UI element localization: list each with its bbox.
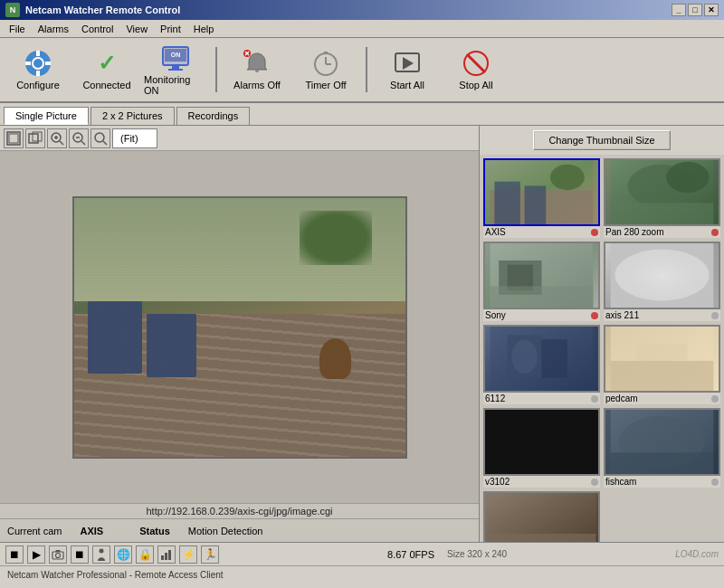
monitoring-label: Monitoring ON xyxy=(144,74,207,96)
thumbnail-label-v3102: v3102 xyxy=(483,476,600,488)
status-lock-icon[interactable]: 🔒 xyxy=(136,545,154,564)
svg-rect-64 xyxy=(611,452,714,474)
watermark: LO4D.com xyxy=(675,549,719,559)
tab-single-picture[interactable]: Single Picture xyxy=(4,107,89,125)
configure-label: Configure xyxy=(16,80,60,90)
status-record-icon[interactable]: ⏹ xyxy=(71,545,89,564)
url-bar: http://192.168.0.239/axis-cgi/jpg/image.… xyxy=(0,503,479,518)
alarms-off-button[interactable]: Alarms Off xyxy=(224,41,290,99)
svg-marker-22 xyxy=(403,57,414,70)
start-all-button[interactable]: Start All xyxy=(375,41,440,99)
svg-rect-9 xyxy=(172,65,179,69)
status-flash-icon[interactable]: ⚡ xyxy=(179,545,197,564)
toolbar-separator-2 xyxy=(366,47,367,92)
left-panel: (Fit) http://192.168.0.239/axis-cgi/jpg/… xyxy=(0,126,480,542)
menu-alarms[interactable]: Alarms xyxy=(33,21,74,37)
menu-file[interactable]: File xyxy=(4,21,31,37)
toolbar-separator-1 xyxy=(215,47,217,92)
app-icon: N xyxy=(5,3,20,17)
thumbnail-label-pedcam: pedcam xyxy=(604,393,720,404)
menu-view[interactable]: View xyxy=(120,21,153,37)
current-cam-label: Current cam xyxy=(7,526,62,536)
deck-scene xyxy=(74,198,405,457)
menu-bar: File Alarms Control View Print Help xyxy=(0,20,724,38)
timer-off-label: Timer Off xyxy=(305,80,346,90)
svg-rect-5 xyxy=(45,62,51,65)
thumbnail-img-pan xyxy=(604,158,720,226)
zoom-reset-button[interactable] xyxy=(90,128,110,148)
svg-rect-66 xyxy=(488,534,596,542)
status-stop-icon[interactable]: ⏹ xyxy=(5,545,24,564)
thumbnail-pedcam[interactable]: pedcam xyxy=(604,325,720,404)
svg-text:ON: ON xyxy=(171,52,181,58)
maximize-button[interactable]: □ xyxy=(688,4,702,16)
menu-control[interactable]: Control xyxy=(76,21,119,37)
svg-point-68 xyxy=(56,553,61,557)
status-bar: ⏹ ▶ ⏹ 🌐 🔒 ⚡ 🏃 8.67 0FPS Size 320 x 240 L… xyxy=(0,542,724,565)
svg-rect-2 xyxy=(36,51,40,56)
minimize-button[interactable]: _ xyxy=(672,4,686,16)
thumbnail-axis[interactable]: AXIS xyxy=(483,158,600,238)
main-content: (Fit) http://192.168.0.239/axis-cgi/jpg/… xyxy=(0,126,724,542)
thumbnail-img-axis xyxy=(483,158,600,226)
timer-off-button[interactable]: Timer Off xyxy=(293,41,358,99)
connected-icon: ✓ xyxy=(92,49,121,78)
connected-button[interactable]: ✓ Connected xyxy=(74,41,139,99)
zoom-out-button[interactable] xyxy=(69,128,89,148)
status-label: Status xyxy=(139,526,170,536)
thumbnail-label-sony: Sony xyxy=(483,309,600,321)
status-globe-icon[interactable]: 🌐 xyxy=(114,545,132,564)
thumbnail-6112[interactable]: 6112 xyxy=(483,325,600,404)
svg-point-45 xyxy=(666,162,709,193)
status-signal-icon[interactable] xyxy=(157,545,176,564)
status-play-icon[interactable]: ▶ xyxy=(27,545,45,564)
status-dot-axis211 xyxy=(711,312,719,319)
change-thumbnail-size-button[interactable]: Change Thumbnail Size xyxy=(533,130,670,150)
alarms-off-icon xyxy=(243,49,272,78)
zoom-in-button[interactable] xyxy=(47,128,67,148)
status-run-icon[interactable]: 🏃 xyxy=(201,545,219,564)
menu-help[interactable]: Help xyxy=(188,21,220,37)
svg-rect-57 xyxy=(542,339,567,378)
close-button[interactable]: ✕ xyxy=(704,4,719,16)
svg-marker-69 xyxy=(55,550,61,552)
monitoring-icon: ON xyxy=(161,43,190,72)
thumbnail-header: Change Thumbnail Size xyxy=(480,126,724,155)
status-dot-sony xyxy=(591,312,598,319)
camera-view xyxy=(0,151,479,503)
status-dot-pedcam xyxy=(711,395,719,403)
camera-image xyxy=(72,196,407,459)
svg-rect-40 xyxy=(494,182,519,224)
svg-rect-10 xyxy=(168,69,183,71)
bottom-title-text: Netcam Watcher Professional - Remote Acc… xyxy=(7,570,224,580)
thumbnail-axis211[interactable]: axis 211 xyxy=(604,242,720,321)
status-dot-axis xyxy=(591,229,598,236)
timer-off-icon xyxy=(311,49,340,78)
svg-rect-71 xyxy=(161,555,164,560)
thumbnail-sony[interactable]: Sony xyxy=(483,242,600,321)
status-camera-icon[interactable] xyxy=(49,545,67,564)
zoom-fit-button[interactable] xyxy=(4,128,24,148)
thumbnail-pan[interactable]: Pan 280 zoom xyxy=(604,158,720,238)
svg-line-35 xyxy=(81,141,85,145)
svg-point-42 xyxy=(550,165,585,190)
thumbnail-v3102[interactable]: v3102 xyxy=(483,408,600,488)
tab-recordings[interactable]: Recordings xyxy=(176,107,251,125)
monitoring-button[interactable]: ON Monitoring ON xyxy=(143,41,208,99)
tab-2x2-pictures[interactable]: 2 x 2 Pictures xyxy=(90,107,175,125)
thumbnail-img-fishcam xyxy=(604,408,720,476)
svg-point-53 xyxy=(614,250,709,301)
stop-all-icon xyxy=(462,49,491,78)
zoom-full-button[interactable] xyxy=(25,128,45,148)
stop-all-button[interactable]: Stop All xyxy=(443,41,509,99)
svg-point-70 xyxy=(100,548,104,553)
svg-line-32 xyxy=(60,141,63,145)
thumbnail-more1[interactable] xyxy=(483,491,600,542)
configure-button[interactable]: Configure xyxy=(5,41,71,99)
title-bar: N Netcam Watcher Remote Control _ □ ✕ xyxy=(0,0,724,20)
svg-rect-3 xyxy=(36,71,40,76)
menu-print[interactable]: Print xyxy=(155,21,186,37)
status-person-icon[interactable] xyxy=(92,545,110,564)
thumbnail-img-6112 xyxy=(483,325,600,393)
thumbnail-fishcam[interactable]: fishcam xyxy=(604,408,720,488)
